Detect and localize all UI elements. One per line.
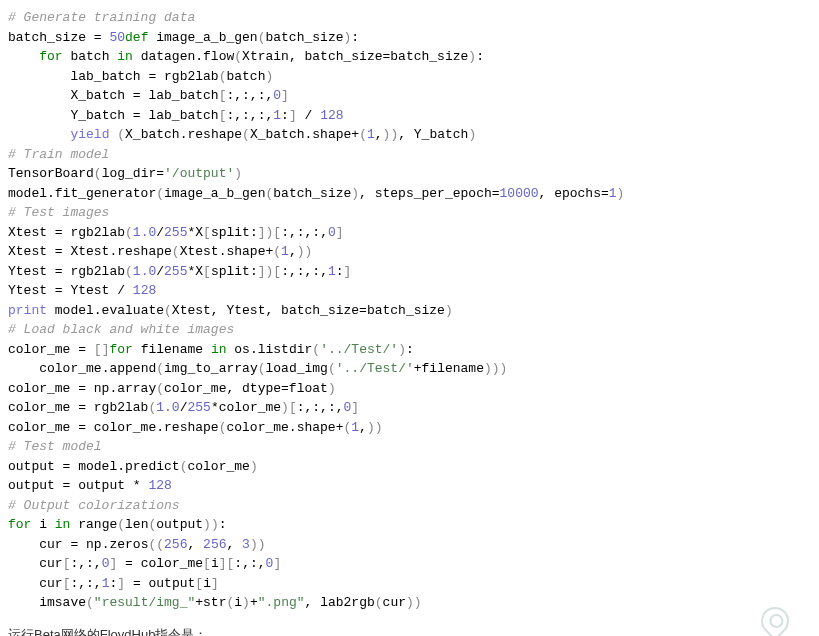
prose-text: 运行Beta网络的FloydHub指令是： [8,625,811,637]
code-line: lab_batch = rgb2lab(batch) [8,67,811,87]
code-line: color_me.append(img_to_array(load_img('.… [8,359,811,379]
code-line: for i in range(len(output)): [8,515,811,535]
code-line: Ytest = rgb2lab(1.0/255*X[split:])[:,:,:… [8,262,811,282]
code-line: print model.evaluate(Xtest, Ytest, batch… [8,301,811,321]
code-line: Ytest = Ytest / 128 [8,281,811,301]
code-line: Y_batch = lab_batch[:,:,:,1:] / 128 [8,106,811,126]
code-line: # Test model [8,437,811,457]
code-line: color_me = rgb2lab(1.0/255*color_me)[:,:… [8,398,811,418]
code-line: X_batch = lab_batch[:,:,:,0] [8,86,811,106]
code-line: # Train model [8,145,811,165]
code-line: Xtest = Xtest.reshape(Xtest.shape+(1,)) [8,242,811,262]
code-line: # Test images [8,203,811,223]
code-line: for batch in datagen.flow(Xtrain, batch_… [8,47,811,67]
code-line: batch_size = 50def image_a_b_gen(batch_s… [8,28,811,48]
code-line: imsave("result/img_"+str(i)+".png", lab2… [8,593,811,613]
code-line: # Load black and white images [8,320,811,340]
code-line: output = output * 128 [8,476,811,496]
code-line: cur = np.zeros((256, 256, 3)) [8,535,811,555]
code-line: cur[:,:,1:] = output[i] [8,574,811,594]
code-line: TensorBoard(log_dir='/output') [8,164,811,184]
code-line: color_me = []for filename in os.listdir(… [8,340,811,360]
code-line: output = model.predict(color_me) [8,457,811,477]
code-line: # Generate training data [8,8,811,28]
code-line: color_me = np.array(color_me, dtype=floa… [8,379,811,399]
code-line: model.fit_generator(image_a_b_gen(batch_… [8,184,811,204]
code-line: # Output colorizations [8,496,811,516]
code-block: # Generate training databatch_size = 50d… [8,8,811,613]
code-line: cur[:,:,0] = color_me[i][:,:,0] [8,554,811,574]
code-line: color_me = color_me.reshape(color_me.sha… [8,418,811,438]
code-line: Xtest = rgb2lab(1.0/255*X[split:])[:,:,:… [8,223,811,243]
code-line: yield (X_batch.reshape(X_batch.shape+(1,… [8,125,811,145]
